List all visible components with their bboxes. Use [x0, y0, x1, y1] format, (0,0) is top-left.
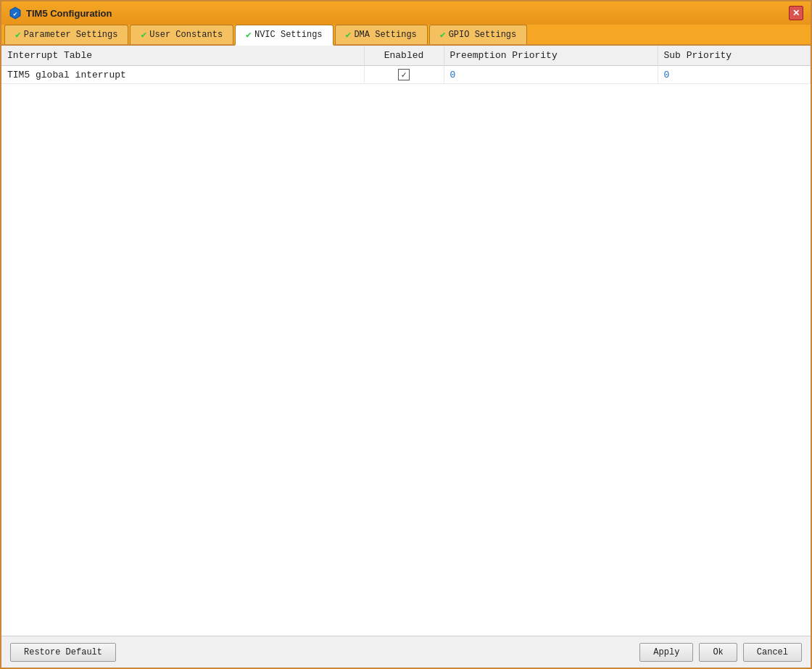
table-row: TIM5 global interrupt ✓ 0 — [1, 66, 811, 84]
nvic-table-body: TIM5 global interrupt ✓ 0 — [1, 66, 811, 84]
check-icon-parameter: ✔ — [15, 29, 21, 41]
tab-parameter-settings-label: Parameter Settings — [24, 30, 118, 40]
check-icon-nvic: ✔ — [246, 29, 252, 41]
apply-button[interactable]: Apply — [639, 643, 693, 662]
tab-dma-settings[interactable]: ✔ DMA Settings — [335, 25, 428, 44]
tab-nvic-settings-label: NVIC Settings — [254, 30, 323, 40]
tab-user-constants-label: User Constants — [149, 30, 223, 40]
content-area: Interrupt Table Enabled Preemption Prior… — [1, 46, 811, 636]
sub-priority-value: 0 — [664, 70, 670, 80]
col-header-interrupt-table: Interrupt Table — [1, 46, 364, 66]
cell-interrupt-name: TIM5 global interrupt — [1, 66, 364, 84]
tab-gpio-settings[interactable]: ✔ GPIO Settings — [429, 25, 527, 44]
col-header-preemption-priority: Preemption Priority — [444, 46, 658, 66]
col-header-enabled: Enabled — [364, 46, 444, 66]
cancel-button[interactable]: Cancel — [743, 643, 802, 662]
tab-parameter-settings[interactable]: ✔ Parameter Settings — [4, 25, 128, 44]
ok-button[interactable]: Ok — [699, 643, 737, 662]
window-title: TIM5 Configuration — [26, 8, 112, 19]
nvic-table: Interrupt Table Enabled Preemption Prior… — [1, 46, 811, 84]
col-header-sub-priority: Sub Priority — [658, 46, 811, 66]
tab-dma-settings-label: DMA Settings — [354, 30, 416, 40]
app-icon: ✔ — [9, 7, 22, 20]
cell-sub-priority[interactable]: 0 — [658, 66, 811, 84]
tab-gpio-settings-label: GPIO Settings — [449, 30, 517, 40]
check-icon-gpio: ✔ — [440, 29, 446, 41]
enabled-checkbox[interactable]: ✓ — [398, 69, 410, 80]
title-bar-left: ✔ TIM5 Configuration — [9, 7, 112, 20]
table-header-row: Interrupt Table Enabled Preemption Prior… — [1, 46, 811, 66]
cell-enabled[interactable]: ✓ — [364, 66, 444, 84]
checkbox-check-icon: ✓ — [401, 70, 406, 80]
nvic-table-container: Interrupt Table Enabled Preemption Prior… — [1, 46, 811, 636]
preemption-priority-value: 0 — [450, 70, 456, 80]
check-icon-dma: ✔ — [346, 29, 352, 41]
tabs-bar: ✔ Parameter Settings ✔ User Constants ✔ … — [1, 25, 811, 46]
check-icon-user-constants: ✔ — [141, 29, 146, 41]
tab-user-constants[interactable]: ✔ User Constants — [130, 25, 233, 44]
close-button[interactable]: ✕ — [789, 6, 803, 20]
restore-default-button[interactable]: Restore Default — [10, 643, 116, 662]
cell-preemption-priority[interactable]: 0 — [444, 66, 658, 84]
title-bar: ✔ TIM5 Configuration ✕ — [1, 1, 811, 25]
footer: Restore Default Apply Ok Cancel — [1, 636, 811, 668]
tab-nvic-settings[interactable]: ✔ NVIC Settings — [235, 25, 333, 46]
main-window: ✔ TIM5 Configuration ✕ ✔ Parameter Setti… — [0, 0, 812, 669]
close-icon: ✕ — [792, 8, 800, 18]
footer-left: Restore Default — [10, 643, 116, 662]
footer-right: Apply Ok Cancel — [639, 643, 802, 662]
svg-text:✔: ✔ — [13, 11, 17, 18]
